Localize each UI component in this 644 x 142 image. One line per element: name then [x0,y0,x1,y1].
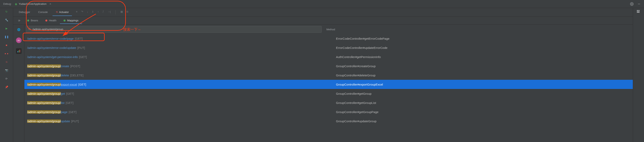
trace-icon[interactable]: ⧉ [126,10,128,14]
debug-toolbar: ≡ ↷ ↓ ⇓ ↑ ⤴ →| ▦ ⧉ [76,10,128,14]
restart-icon[interactable]: ⟳ [4,77,8,81]
subtab-health[interactable]: Health [42,17,60,24]
table-row[interactable]: /admin-api/system/group/create [POST]Gro… [24,61,633,71]
tab-debugger[interactable]: Debugger [16,8,33,16]
resume-icon[interactable]: ▶ [4,26,8,30]
profile-icon[interactable]: m [16,37,22,43]
svg-point-5 [28,28,30,30]
http-verb: [POST] [70,64,80,68]
svg-rect-4 [20,50,20,52]
actuator-subtabs: ⟳ Beans Health Mappings [13,17,633,25]
run-to-cursor-icon[interactable]: →| [108,10,111,14]
http-verb: [GET] [69,110,76,114]
svg-line-6 [30,29,31,30]
http-verb: [PUT] [77,46,85,49]
debug-header: Debug: ◉ YudaoServerApplication ✕ [0,0,644,8]
step-into-icon[interactable]: ↓ [87,10,88,14]
subtab-mappings[interactable]: Mappings [60,17,82,24]
endpoint-match: /admin-api/system/group/ [27,101,61,105]
force-step-into-icon[interactable]: ⇓ [92,10,94,14]
drop-frame-icon[interactable]: ⤴ [102,10,104,14]
table-row[interactable]: /admin-api/system/group/get [GET]GroupCo… [24,89,633,98]
endpoint-suffix[interactable]: delete [61,74,69,77]
controller-method: ErrorCodeController#updateErrorCode [331,46,633,49]
table-row[interactable]: /admin-api/system/group/export-excel [GE… [24,80,633,89]
svg-rect-2 [18,51,18,52]
rerun-icon[interactable]: ↻ [4,9,8,13]
mappings-icon [64,19,66,21]
endpoint-suffix[interactable]: update [61,120,70,123]
step-out-icon[interactable]: ↑ [98,10,99,14]
chart-icon[interactable] [16,48,22,54]
endpoint-match: /admin-api/system/group/ [27,110,61,114]
wrench-icon[interactable]: 🔧 [4,18,8,22]
leaf-icon [27,19,29,21]
table-row[interactable]: /admin-api/system/error-code/update [PUT… [24,43,633,52]
stop-icon[interactable]: ■ [4,43,8,47]
svg-rect-8 [638,10,640,11]
endpoint-link[interactable]: /admin-api/system/error-code/page [27,37,74,40]
layout-icon[interactable] [636,9,641,14]
run-configuration[interactable]: ◉ YudaoServerApplication ✕ [15,2,51,5]
debug-tabs: Debugger Console ⟲ Actuator ≡ ↷ ↓ ⇓ ↑ ⤴ … [13,8,633,17]
breakpoints-icon[interactable]: ● ● [4,51,8,55]
tab-actuator[interactable]: ⟲ Actuator [52,8,72,16]
svg-rect-7 [637,10,638,11]
endpoint-match: /admin-api/system/group/ [27,83,61,86]
evaluate-icon[interactable]: ▦ [120,10,123,14]
endpoint-suffix[interactable]: list [61,101,64,105]
controller-method: GroupController#getGroupPage [331,110,633,114]
endpoint-match: /admin-api/system/group/ [27,74,61,77]
toolbar-divider [116,10,116,14]
endpoint-suffix[interactable]: create [61,64,69,68]
http-verb: [DELETE] [70,74,84,77]
close-icon[interactable]: ✕ [49,2,51,5]
endpoint-match: /admin-api/system/group/ [27,120,61,123]
table-row[interactable]: /admin-api/system/error-code/page [GET]E… [24,34,633,43]
endpoint-link[interactable]: /admin-api/system/get-permission-info [27,55,78,59]
step-list-icon[interactable]: ≡ [76,10,78,14]
search-box[interactable] [26,26,322,33]
table-row[interactable]: /admin-api/system/group/page [GET]GroupC… [24,107,633,117]
table-row[interactable]: /admin-api/system/group/list [GET]GroupC… [24,98,633,107]
refresh-icon[interactable]: ⟳ [15,19,24,22]
search-icon [28,28,31,31]
column-header-method: Method [322,28,631,31]
http-verb: [PUT] [71,120,79,123]
endpoint-suffix[interactable]: export-excel [61,83,77,86]
debug-label: Debug: [3,2,12,5]
svg-point-0 [632,3,632,4]
http-verb: [GET] [78,83,86,86]
mute-breakpoints-icon[interactable]: ⦸ [4,60,8,64]
camera-icon[interactable]: 📷 [4,68,8,72]
endpoint-suffix[interactable]: get [61,92,65,95]
table-row[interactable]: /admin-api/system/get-permission-info [G… [24,52,633,61]
endpoint-suffix[interactable]: page [61,110,67,114]
minimize-icon[interactable] [637,2,641,6]
pause-icon[interactable]: ❚❚ [4,35,8,39]
heart-icon [45,19,47,21]
controller-method: GroupController#createGroup [331,64,633,68]
step-over-icon[interactable]: ↷ [81,10,83,14]
controller-method: GroupController#updateGroup [331,120,633,123]
svg-rect-9 [637,11,640,13]
endpoint-link[interactable]: /admin-api/system/error-code/update [27,46,76,49]
tab-console[interactable]: Console [35,8,51,16]
search-input[interactable] [32,28,320,31]
run-config-name: YudaoServerApplication [19,2,46,5]
table-row[interactable]: /admin-api/system/group/update [PUT]Grou… [24,117,633,126]
controller-method: ErrorCodeController#getErrorCodePage [331,37,633,40]
content-icon-rail: 🌐 m [13,25,24,142]
controller-method: GroupController#exportGroupExcel [331,83,633,86]
controller-method: GroupController#deleteGroup [331,74,633,77]
http-verb: [GET] [79,55,87,59]
subtab-beans[interactable]: Beans [24,17,42,24]
left-gutter: ↻ 🔧 ▶ ❚❚ ■ ● ● ⦸ 📷 ⟳ 📌 [0,8,13,142]
table-row[interactable]: /admin-api/system/group/delete [DELETE]G… [24,71,633,80]
controller-method: GroupController#getGroupList [331,101,633,105]
http-verb: [GET] [75,37,83,40]
gear-icon[interactable] [630,2,634,6]
pin-icon[interactable]: 📌 [4,85,8,89]
endpoint-match: /admin-api/system/group/ [27,64,61,68]
globe-icon[interactable]: 🌐 [16,27,22,32]
